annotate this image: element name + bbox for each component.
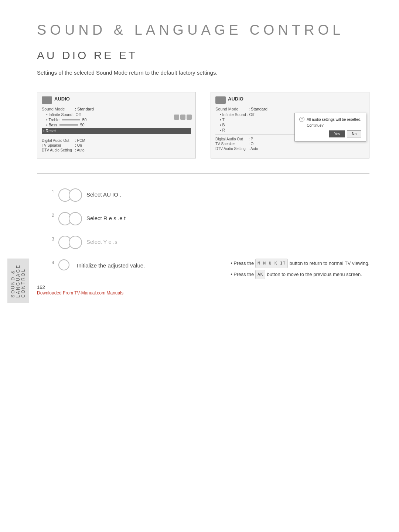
digital-audio-label-right: Digital Audio Out: [215, 137, 249, 141]
tv-icon-left: [42, 96, 52, 104]
note2-prefix: • Press the: [231, 270, 254, 279]
step-1-circle-2: [69, 188, 82, 202]
treble-value-left: 50: [82, 117, 87, 122]
sound-mode-value-left: : Standard: [75, 107, 94, 111]
section-title: AU DIO RE ET: [37, 49, 369, 62]
tv-speaker-value-right: : O: [249, 142, 253, 146]
main-title: SOUND & LANGUAGE CONTROL: [37, 22, 369, 38]
remote-icon-1: [174, 115, 179, 120]
steps-section: 1 Select AU IO . 2 Select R e s .e t 3 S…: [52, 188, 369, 270]
dialog-buttons: Yes No: [299, 130, 361, 137]
tv-icon-right: [215, 96, 226, 104]
footer-note-2: • Press the AK button to move to the pre…: [231, 270, 369, 279]
step-1-text: Select AU IO .: [86, 188, 121, 199]
dtv-value-left: : Auto: [75, 148, 85, 152]
note1-prefix: • Press the: [231, 259, 254, 268]
digital-audio-row-left: Digital Audio Out : PCM: [42, 139, 191, 143]
sidebar-label: SOUND & LANGUAGE CONTROL: [7, 259, 29, 303]
reset-row-left: • Reset: [42, 128, 191, 134]
step-3-circle-2: [69, 236, 82, 249]
tv-speaker-label-right: TV Speaker: [215, 142, 249, 146]
footer-note-1: • Press the M N U K IT button to return …: [231, 259, 369, 268]
step-3-text: Select Y e .s: [86, 236, 117, 246]
digital-audio-label-left: Digital Audio Out: [42, 139, 75, 143]
tv-speaker-row-right: TV Speaker : O: [215, 142, 365, 146]
audio-title-right: AUDIO: [228, 96, 243, 102]
dialog-message: All audio settings will be resetted.: [307, 117, 361, 122]
step-4-number: 4: [52, 260, 58, 265]
step-3-circles: [58, 236, 79, 249]
tv-speaker-value-left: : On: [75, 143, 82, 147]
note1-suffix: button to return to normal TV viewing.: [289, 259, 369, 268]
dtv-value-right: : Auto: [249, 147, 258, 151]
digital-audio-value-right: : P: [249, 137, 253, 141]
description: Settings of the selected Sound Mode retu…: [37, 68, 369, 77]
step-3-number: 3: [52, 236, 58, 242]
footer-section: • Press the M N U K IT button to return …: [231, 259, 369, 281]
bass-slider-left: [59, 124, 78, 126]
step-4-circles: [58, 259, 66, 270]
tv-speaker-row-left: TV Speaker : On: [42, 143, 191, 147]
sound-mode-label-right: Sound Mode: [215, 107, 249, 111]
remote-icons-left: [174, 115, 192, 120]
tv-speaker-label-left: TV Speaker: [42, 143, 75, 147]
step-1-row: 1 Select AU IO .: [52, 188, 369, 202]
page-footer: 162 Downloaded From TV-Manual.com Manual…: [37, 284, 123, 296]
dialog-box: ? All audio settings will be resetted. C…: [294, 113, 366, 141]
dialog-continue: Continue?: [307, 123, 361, 127]
page-link[interactable]: Downloaded From TV-Manual.com Manuals: [37, 290, 123, 296]
bass-value-left: 50: [80, 123, 85, 127]
treble-row-left: • Treble 50: [46, 117, 191, 122]
note2-suffix: button to move to the previous menu scre…: [267, 270, 362, 279]
section-divider: [37, 173, 369, 174]
step-2-circles: [58, 212, 79, 225]
divider-left: [42, 136, 191, 136]
dialog-yes-btn[interactable]: Yes: [329, 130, 345, 137]
sound-mode-value-right: : Standard: [249, 107, 267, 111]
infinite-sound-left: • Infinite Sound : Off: [46, 112, 191, 117]
step-4-circle-1: [58, 259, 69, 270]
step-2-number: 2: [52, 213, 58, 218]
screenshot-left: AUDIO Sound Mode : Standard • Infinite S…: [37, 92, 196, 158]
step-4-text: Initialize the adjusted value.: [77, 259, 145, 270]
page-number: 162: [37, 284, 45, 290]
step-2-circle-2: [69, 212, 82, 225]
note2-key: AK: [255, 270, 265, 279]
treble-label-left: • Treble: [46, 117, 59, 122]
dtv-row-right: DTV Audio Setting : Auto: [215, 147, 365, 151]
treble-slider-left: [62, 119, 80, 120]
step-3-row: 3 Select Y e .s: [52, 236, 369, 249]
bass-row-left: • Bass 50: [46, 123, 191, 127]
step-1-circles: [58, 188, 79, 202]
screenshot-right: AUDIO Sound Mode : Standard • Infinite S…: [211, 92, 369, 158]
dtv-label-left: DTV Audio Setting: [42, 148, 75, 152]
remote-icon-3: [187, 115, 192, 120]
dtv-label-right: DTV Audio Setting: [215, 147, 249, 151]
sound-mode-row-left: Sound Mode : Standard: [42, 107, 191, 111]
note1-key: M N U K IT: [255, 259, 288, 268]
screenshots-row: AUDIO Sound Mode : Standard • Infinite S…: [37, 92, 369, 158]
dtv-row-left: DTV Audio Setting : Auto: [42, 148, 191, 152]
sound-mode-label-left: Sound Mode: [42, 107, 75, 111]
dialog-icon: ?: [299, 117, 304, 122]
digital-audio-value-left: : PCM: [75, 139, 85, 143]
step-2-text: Select R e s .e t: [86, 212, 126, 223]
dialog-no-btn[interactable]: No: [347, 130, 361, 137]
sound-mode-row-right: Sound Mode : Standard: [215, 107, 365, 111]
page-container: SOUND & LANGUAGE CONTROL SOUND & LANGUAG…: [0, 0, 399, 303]
bass-label-left: • Bass: [46, 123, 57, 127]
step-1-number: 1: [52, 189, 58, 194]
remote-icon-2: [180, 115, 185, 120]
step-2-row: 2 Select R e s .e t: [52, 212, 369, 225]
audio-title-left: AUDIO: [54, 96, 70, 102]
dialog-header: ? All audio settings will be resetted.: [299, 117, 361, 122]
